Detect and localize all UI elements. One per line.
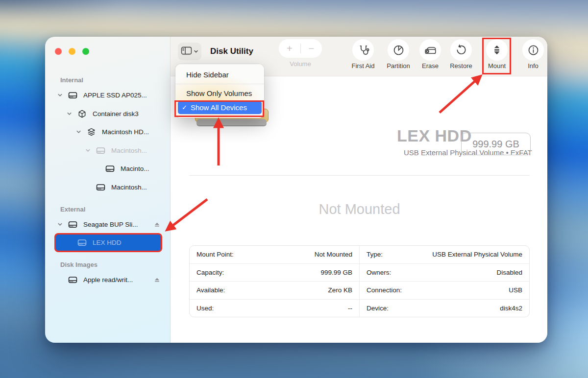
first-aid-icon — [352, 39, 374, 61]
sidebar-item-label: APPLE SSD AP025... — [83, 92, 147, 99]
zoom-button[interactable] — [82, 48, 89, 55]
sidebar-item-label: Macintosh... — [111, 147, 147, 154]
detail-row-available: Available:Zero KB — [190, 282, 359, 300]
erase-label: Erase — [422, 62, 439, 70]
detail-label: Available: — [196, 286, 225, 294]
disk-utility-window: InternalAPPLE SSD AP025...Container disk… — [45, 37, 547, 343]
detail-label: Connection: — [367, 286, 402, 294]
detail-label: Mount Point: — [196, 251, 234, 258]
size-badge: 999.99 GB — [461, 133, 531, 155]
header-divider — [189, 175, 530, 176]
disclosure-chevron-icon[interactable] — [56, 93, 64, 98]
annotation-box-show-all-devices — [174, 100, 264, 117]
partition-label: Partition — [387, 62, 410, 70]
partition-icon — [388, 39, 409, 61]
detail-value: disk4s2 — [500, 305, 522, 312]
detail-row-capacity: Capacity:999.99 GB — [190, 264, 359, 282]
drive-icon — [96, 184, 105, 191]
detail-row-device: Device:disk4s2 — [360, 300, 529, 317]
layers-icon — [86, 128, 96, 136]
menu-item-hide-sidebar[interactable]: Hide Sidebar — [175, 68, 264, 81]
drive-icon — [105, 165, 115, 172]
sidebar-item-apple-ssd-ap025[interactable]: APPLE SSD AP025... — [45, 86, 170, 105]
sidebar-item-label: Container disk3 — [93, 110, 139, 118]
info-button[interactable]: Info — [514, 39, 547, 70]
disclosure-chevron-icon[interactable] — [74, 129, 82, 135]
detail-row-owners: Owners:Disabled — [360, 264, 529, 282]
detail-label: Device: — [367, 305, 389, 312]
sidebar-section-disk-images: Disk Images — [45, 260, 170, 269]
sidebar-item-macinto[interactable]: Macinto... — [45, 160, 170, 178]
sidebar-item-label: Macintosh HD... — [102, 128, 149, 136]
screen: InternalAPPLE SSD AP025...Container disk… — [0, 0, 588, 378]
close-button[interactable] — [55, 48, 62, 55]
add-volume-button[interactable]: + — [279, 43, 300, 54]
sidebar-section-external: External — [45, 205, 170, 214]
drive-icon-base — [196, 119, 267, 126]
drive-icon — [77, 239, 87, 246]
sidebar-section-internal: Internal — [45, 76, 170, 85]
first-aid-button[interactable]: First Aid — [343, 39, 383, 70]
detail-row-type: Type:USB External Physical Volume — [360, 246, 529, 264]
detail-value: 999.99 GB — [320, 269, 352, 276]
sidebar-item-label: Macintosh... — [111, 184, 147, 191]
detail-label: Capacity: — [196, 269, 224, 276]
eject-button[interactable] — [154, 277, 160, 283]
sidebar-item-macintosh[interactable]: Macintosh... — [45, 142, 170, 160]
drive-icon — [68, 92, 77, 99]
detail-value: Disabled — [496, 269, 522, 276]
sidebar-device-list: InternalAPPLE SSD AP025...Container disk… — [45, 76, 170, 289]
restore-icon — [450, 39, 472, 61]
detail-value: USB External Physical Volume — [432, 251, 522, 258]
chevron-down-icon — [194, 47, 198, 56]
erase-icon — [419, 39, 441, 61]
detail-value: -- — [348, 305, 352, 312]
disclosure-chevron-icon[interactable] — [56, 222, 64, 227]
drive-icon — [68, 221, 77, 228]
sidebar-item-label: Seagate BUP Sli... — [83, 221, 138, 228]
info-label: Info — [528, 62, 539, 70]
annotation-box-mount — [482, 38, 511, 74]
detail-label: Owners: — [367, 269, 391, 276]
sidebar-item-container-disk3[interactable]: Container disk3 — [45, 105, 170, 123]
menu-item-show-only-volumes[interactable]: Show Only Volumes — [175, 87, 264, 100]
detail-label: Type: — [367, 251, 383, 258]
detail-row-mount-point: Mount Point:Not Mounted — [190, 246, 359, 264]
sidebar-icon — [181, 46, 192, 57]
sidebar-item-label: LEX HDD — [93, 239, 122, 246]
detail-row-connection: Connection:USB — [360, 282, 529, 300]
minimize-button[interactable] — [69, 48, 75, 55]
drive-icon — [96, 147, 105, 154]
details-card: Mount Point:Not MountedCapacity:999.99 G… — [189, 245, 530, 317]
disclosure-chevron-icon[interactable] — [84, 148, 92, 153]
volume-label: Volume — [290, 60, 311, 68]
sidebar-item-label: Macinto... — [121, 165, 149, 172]
disclosure-chevron-icon[interactable] — [65, 111, 73, 117]
sidebar-item-apple-read-writ[interactable]: Apple read/writ... — [45, 271, 170, 289]
eject-button[interactable] — [154, 222, 160, 227]
drive-icon — [68, 276, 77, 284]
info-icon — [522, 39, 544, 61]
detail-label: Used: — [196, 305, 214, 312]
detail-value: Not Mounted — [315, 251, 352, 258]
package-icon — [77, 110, 87, 118]
detail-row-used: Used:-- — [190, 300, 359, 317]
restore-label: Restore — [450, 62, 472, 70]
sidebar-item-macintosh-hd[interactable]: Macintosh HD... — [45, 123, 170, 142]
detail-value: Zero KB — [328, 286, 352, 294]
sidebar-toggle-button[interactable] — [178, 43, 201, 60]
details-right-column: Type:USB External Physical VolumeOwners:… — [359, 246, 529, 317]
sidebar-item-macintosh[interactable]: Macintosh... — [45, 178, 170, 197]
sidebar-item-label: Apple read/writ... — [83, 276, 133, 284]
status-message: Not Mounted — [189, 201, 530, 217]
sidebar-item-lex-hdd[interactable]: LEX HDD — [56, 235, 161, 251]
sidebar-item-seagate-bup-sli[interactable]: Seagate BUP Sli... — [45, 215, 170, 234]
page-title: Disk Utility — [210, 47, 253, 56]
details-left-column: Mount Point:Not MountedCapacity:999.99 G… — [190, 246, 359, 317]
remove-volume-button[interactable]: − — [301, 43, 322, 54]
detail-value: USB — [509, 286, 522, 294]
volume-button-group: + − Volume — [279, 39, 322, 68]
restore-button[interactable]: Restore — [441, 39, 481, 70]
sidebar: InternalAPPLE SSD AP025...Container disk… — [45, 37, 171, 343]
first-aid-label: First Aid — [352, 62, 375, 70]
